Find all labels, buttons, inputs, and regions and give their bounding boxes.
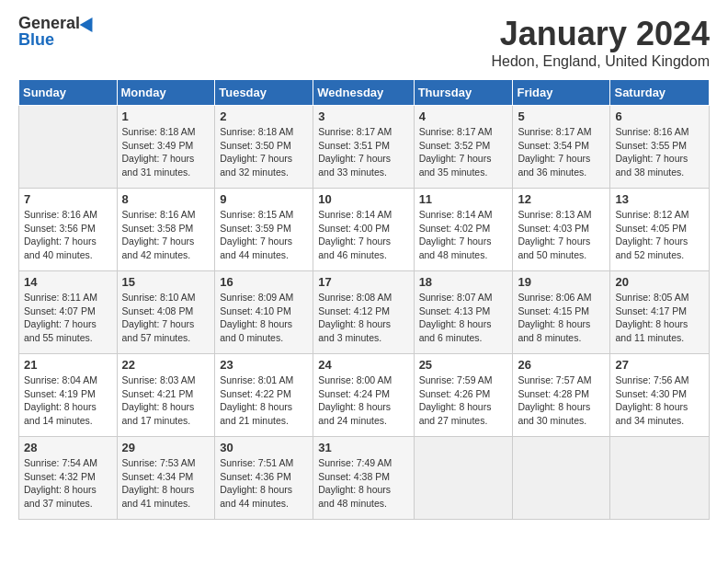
calendar-cell [19,106,118,189]
cell-content: Sunrise: 7:57 AM Sunset: 4:28 PM Dayligh… [518,373,605,428]
day-number: 20 [615,275,704,289]
cell-content: Sunrise: 8:18 AM Sunset: 3:50 PM Dayligh… [220,125,308,179]
day-number: 19 [518,275,605,289]
calendar-cell: 14Sunrise: 8:11 AM Sunset: 4:07 PM Dayli… [19,271,118,354]
day-number: 16 [220,275,308,289]
day-number: 24 [318,358,408,372]
calendar-week-row: 21Sunrise: 8:04 AM Sunset: 4:19 PM Dayli… [19,354,710,437]
cell-content: Sunrise: 8:15 AM Sunset: 3:59 PM Dayligh… [220,208,308,262]
calendar-cell: 7Sunrise: 8:16 AM Sunset: 3:56 PM Daylig… [19,189,118,271]
logo-blue-text: Blue [18,31,97,48]
calendar-cell: 24Sunrise: 8:00 AM Sunset: 4:24 PM Dayli… [313,354,414,437]
calendar-week-row: 7Sunrise: 8:16 AM Sunset: 3:56 PM Daylig… [19,189,710,271]
cell-content: Sunrise: 8:17 AM Sunset: 3:52 PM Dayligh… [419,125,508,179]
calendar-cell: 9Sunrise: 8:15 AM Sunset: 3:59 PM Daylig… [215,189,313,271]
logo: General Blue [18,15,97,48]
calendar-cell: 26Sunrise: 7:57 AM Sunset: 4:28 PM Dayli… [513,354,610,437]
calendar-week-row: 1Sunrise: 8:18 AM Sunset: 3:49 PM Daylig… [19,106,710,189]
day-number: 5 [518,109,605,123]
month-title: January 2024 [492,15,711,53]
day-number: 15 [122,275,210,289]
day-header-sunday: Sunday [19,80,118,106]
calendar-header-row: SundayMondayTuesdayWednesdayThursdayFrid… [19,80,710,106]
calendar-cell: 11Sunrise: 8:14 AM Sunset: 4:02 PM Dayli… [414,189,513,271]
day-header-wednesday: Wednesday [313,80,414,106]
day-number: 18 [419,275,508,289]
calendar-cell: 29Sunrise: 7:53 AM Sunset: 4:34 PM Dayli… [117,437,215,520]
calendar-cell: 12Sunrise: 8:13 AM Sunset: 4:03 PM Dayli… [513,189,610,271]
calendar-week-row: 14Sunrise: 8:11 AM Sunset: 4:07 PM Dayli… [19,271,710,354]
calendar-cell: 6Sunrise: 8:16 AM Sunset: 3:55 PM Daylig… [610,106,710,189]
cell-content: Sunrise: 8:14 AM Sunset: 4:02 PM Dayligh… [419,208,508,262]
location-title: Hedon, England, United Kingdom [492,53,711,70]
day-number: 3 [318,109,408,123]
day-number: 22 [122,358,210,372]
calendar-cell: 17Sunrise: 8:08 AM Sunset: 4:12 PM Dayli… [313,271,414,354]
cell-content: Sunrise: 8:17 AM Sunset: 3:51 PM Dayligh… [318,125,408,179]
cell-content: Sunrise: 7:49 AM Sunset: 4:38 PM Dayligh… [318,456,408,511]
day-number: 2 [220,109,308,123]
logo-triangle-icon [80,14,99,32]
cell-content: Sunrise: 8:09 AM Sunset: 4:10 PM Dayligh… [220,291,308,345]
day-number: 30 [220,441,308,454]
calendar-cell: 21Sunrise: 8:04 AM Sunset: 4:19 PM Dayli… [19,354,118,437]
cell-content: Sunrise: 8:10 AM Sunset: 4:08 PM Dayligh… [122,291,210,345]
calendar-cell: 28Sunrise: 7:54 AM Sunset: 4:32 PM Dayli… [19,437,118,520]
calendar-cell: 1Sunrise: 8:18 AM Sunset: 3:49 PM Daylig… [117,106,215,189]
cell-content: Sunrise: 7:53 AM Sunset: 4:34 PM Dayligh… [122,456,210,511]
cell-content: Sunrise: 8:16 AM Sunset: 3:56 PM Dayligh… [24,208,112,262]
cell-content: Sunrise: 7:51 AM Sunset: 4:36 PM Dayligh… [220,456,308,511]
day-number: 31 [318,441,408,454]
calendar-cell: 13Sunrise: 8:12 AM Sunset: 4:05 PM Dayli… [610,189,710,271]
cell-content: Sunrise: 8:01 AM Sunset: 4:22 PM Dayligh… [220,373,308,428]
calendar-cell [610,437,710,520]
page-header: General Blue January 2024 Hedon, England… [18,15,710,70]
cell-content: Sunrise: 8:00 AM Sunset: 4:24 PM Dayligh… [318,373,408,428]
cell-content: Sunrise: 8:11 AM Sunset: 4:07 PM Dayligh… [24,291,112,345]
day-header-thursday: Thursday [414,80,513,106]
day-number: 13 [615,192,704,206]
calendar-week-row: 28Sunrise: 7:54 AM Sunset: 4:32 PM Dayli… [19,437,710,520]
day-header-saturday: Saturday [610,80,710,106]
calendar-cell: 3Sunrise: 8:17 AM Sunset: 3:51 PM Daylig… [313,106,414,189]
calendar-cell: 20Sunrise: 8:05 AM Sunset: 4:17 PM Dayli… [610,271,710,354]
calendar-cell: 23Sunrise: 8:01 AM Sunset: 4:22 PM Dayli… [215,354,313,437]
cell-content: Sunrise: 8:08 AM Sunset: 4:12 PM Dayligh… [318,291,408,345]
cell-content: Sunrise: 8:16 AM Sunset: 3:58 PM Dayligh… [122,208,210,262]
cell-content: Sunrise: 8:17 AM Sunset: 3:54 PM Dayligh… [518,125,605,179]
calendar-cell: 2Sunrise: 8:18 AM Sunset: 3:50 PM Daylig… [215,106,313,189]
cell-content: Sunrise: 7:59 AM Sunset: 4:26 PM Dayligh… [419,373,508,428]
calendar-cell: 22Sunrise: 8:03 AM Sunset: 4:21 PM Dayli… [117,354,215,437]
day-number: 23 [220,358,308,372]
day-number: 27 [615,358,704,372]
logo-general-text: General [18,15,80,31]
cell-content: Sunrise: 7:56 AM Sunset: 4:30 PM Dayligh… [615,373,704,428]
day-number: 6 [615,109,704,123]
calendar-cell: 10Sunrise: 8:14 AM Sunset: 4:00 PM Dayli… [313,189,414,271]
title-section: January 2024 Hedon, England, United King… [492,15,711,70]
calendar-cell: 18Sunrise: 8:07 AM Sunset: 4:13 PM Dayli… [414,271,513,354]
calendar-cell: 27Sunrise: 7:56 AM Sunset: 4:30 PM Dayli… [610,354,710,437]
day-number: 28 [24,441,112,454]
cell-content: Sunrise: 8:18 AM Sunset: 3:49 PM Dayligh… [122,125,210,179]
day-number: 26 [518,358,605,372]
day-number: 4 [419,109,508,123]
calendar-cell: 8Sunrise: 8:16 AM Sunset: 3:58 PM Daylig… [117,189,215,271]
calendar-cell: 25Sunrise: 7:59 AM Sunset: 4:26 PM Dayli… [414,354,513,437]
calendar-cell: 31Sunrise: 7:49 AM Sunset: 4:38 PM Dayli… [313,437,414,520]
cell-content: Sunrise: 8:12 AM Sunset: 4:05 PM Dayligh… [615,208,704,262]
day-number: 21 [24,358,112,372]
day-number: 11 [419,192,508,206]
calendar-cell: 5Sunrise: 8:17 AM Sunset: 3:54 PM Daylig… [513,106,610,189]
calendar-cell: 16Sunrise: 8:09 AM Sunset: 4:10 PM Dayli… [215,271,313,354]
calendar-cell: 19Sunrise: 8:06 AM Sunset: 4:15 PM Dayli… [513,271,610,354]
day-number: 9 [220,192,308,206]
cell-content: Sunrise: 8:04 AM Sunset: 4:19 PM Dayligh… [24,373,112,428]
calendar-cell: 30Sunrise: 7:51 AM Sunset: 4:36 PM Dayli… [215,437,313,520]
day-number: 17 [318,275,408,289]
cell-content: Sunrise: 8:05 AM Sunset: 4:17 PM Dayligh… [615,291,704,345]
calendar-cell: 4Sunrise: 8:17 AM Sunset: 3:52 PM Daylig… [414,106,513,189]
cell-content: Sunrise: 8:03 AM Sunset: 4:21 PM Dayligh… [122,373,210,428]
day-number: 1 [122,109,210,123]
cell-content: Sunrise: 8:16 AM Sunset: 3:55 PM Dayligh… [615,125,704,179]
